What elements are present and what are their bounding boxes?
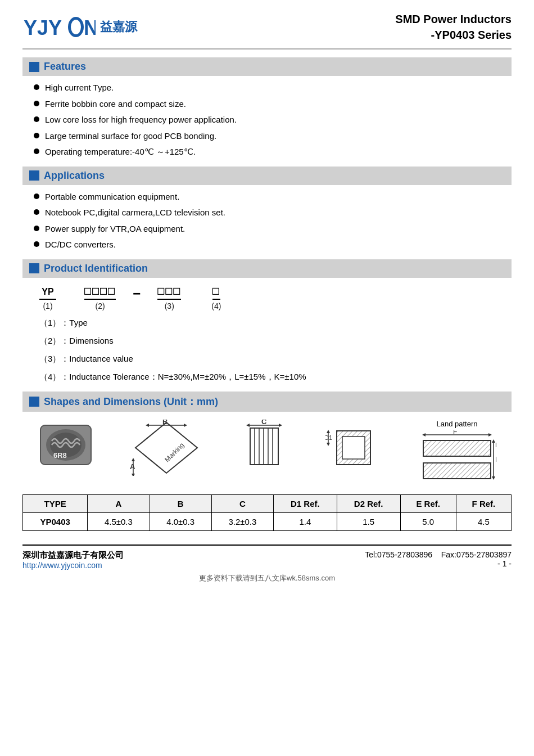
svg-marker-26 [279, 424, 282, 427]
col-type: TYPE [23, 494, 88, 512]
svg-marker-10 [146, 424, 149, 427]
svg-marker-31 [327, 430, 330, 433]
pid-part1-label: YP [39, 287, 56, 300]
bullet-dot [34, 241, 39, 247]
cell-c: 3.2±0.3 [211, 512, 273, 530]
pid-desc-1-num: （1）： [39, 318, 69, 327]
svg-rect-39 [423, 440, 491, 456]
cell-d2: 1.5 [337, 512, 400, 530]
svg-marker-14 [132, 458, 135, 461]
page-footer: 深圳市益嘉源电子有限公司 http://www.yjycoin.com Tel:… [22, 544, 512, 570]
d1d2-diagram: D1 [325, 420, 382, 476]
d1d2-diagram-svg: D1 [325, 420, 382, 476]
svg-marker-32 [327, 443, 330, 446]
list-item: DC/DC converters. [34, 238, 512, 251]
svg-marker-8 [135, 422, 197, 473]
list-item: High current Type. [34, 82, 512, 94]
applications-blue-square [29, 170, 39, 181]
pid-part2: □□□□ (2) [84, 284, 116, 310]
table-header-row: TYPE A B C D1 Ref. D2 Ref. E Ref. F Ref. [23, 494, 512, 512]
pid-desc-2-num: （2）： [39, 336, 69, 345]
c-diagram: C [239, 420, 289, 476]
page-number: - 1 - [365, 559, 512, 568]
cell-e: 5.0 [400, 512, 456, 530]
company-name: 深圳市益嘉源电子有限公司 [22, 550, 124, 561]
svg-marker-11 [184, 424, 187, 427]
svg-marker-15 [132, 474, 135, 476]
shapes-diagrams-row: 6R8 B A Marking [22, 420, 512, 487]
cell-type: YP0403 [23, 512, 88, 530]
product-id-diagram: YP (1) □□□□ (2) − □□□ (3) □ (4) [39, 284, 495, 310]
logo-chinese: 益嘉源 [100, 19, 137, 35]
cell-d1: 1.4 [273, 512, 337, 530]
col-f: F Ref. [456, 494, 511, 512]
dimensions-table: TYPE A B C D1 Ref. D2 Ref. E Ref. F Ref.… [22, 494, 512, 531]
col-c: C [211, 494, 273, 512]
pid-descriptions: （1）：Type （2）：Dimensions （3）：Inductance v… [39, 316, 495, 384]
land-pattern-svg: F E D2 [418, 430, 496, 487]
pid-part1-num: (1) [43, 302, 52, 310]
features-label: Features [44, 61, 86, 73]
ab-diagram: B A Marking [130, 420, 203, 476]
cell-b: 4.0±0.3 [150, 512, 211, 530]
pid-desc-1: （1）：Type [39, 316, 495, 330]
svg-text:F: F [453, 430, 457, 436]
applications-list: Portable communication equipment. Notebo… [34, 191, 512, 251]
svg-marker-29 [342, 436, 365, 459]
website-link[interactable]: http://www.yjycoin.com [22, 561, 102, 570]
list-item: Low core loss for high frequency power a… [34, 114, 512, 127]
land-pattern-label: Land pattern [436, 420, 477, 428]
fax: Fax:0755-27803897 [441, 550, 512, 559]
pid-part4-num: (4) [211, 302, 221, 310]
logo-area: YJY N 益嘉源 [22, 14, 137, 40]
footer-left: 深圳市益嘉源电子有限公司 http://www.yjycoin.com [22, 550, 124, 570]
list-item: Power supply for VTR,OA equipment. [34, 223, 512, 236]
product-id-label: Product Identification [44, 263, 148, 274]
list-item: Notebook PC,digital carmera,LCD televisi… [34, 206, 512, 219]
features-blue-square [29, 62, 39, 72]
page-header: YJY N 益嘉源 SMD Power Inductors -YP0403 Se… [22, 11, 512, 50]
features-list: High current Type. Ferrite bobbin core a… [34, 82, 512, 159]
c-diagram-svg: C [239, 420, 289, 476]
pid-part4: □ (4) [211, 284, 221, 310]
land-pattern-diagram: Land pattern F E D2 [418, 420, 496, 487]
pid-part2-num: (2) [96, 302, 105, 310]
col-a: A [88, 494, 150, 512]
cell-f: 4.5 [456, 512, 511, 530]
tel: Tel:0755-27803896 [365, 550, 432, 559]
bullet-dot [34, 194, 39, 199]
col-b: B [150, 494, 211, 512]
bullet-dot [34, 209, 39, 215]
svg-marker-25 [246, 424, 250, 427]
pid-dash: − [133, 286, 141, 310]
table-row: YP0403 4.5±0.3 4.0±0.3 3.2±0.3 1.4 1.5 5… [23, 512, 512, 530]
pid-part3: □□□ (3) [157, 284, 181, 310]
shapes-section-header: Shapes and Dimensions (Unit：mm) [22, 392, 512, 412]
pid-desc-3-num: （3）： [39, 354, 69, 363]
product-id-section-header: Product Identification [22, 259, 512, 278]
col-d1: D1 Ref. [273, 494, 337, 512]
svg-text:N: N [84, 16, 96, 39]
list-item: Operating temperature:-40℃ ～+125℃. [34, 146, 512, 159]
svg-text:6R8: 6R8 [53, 451, 67, 460]
pid-desc-4: （4）：Inductance Tolerance：N=±30%,M=±20%，L… [39, 370, 495, 384]
col-e: E Ref. [400, 494, 456, 512]
col-d2: D2 Ref. [337, 494, 400, 512]
svg-text:A: A [130, 462, 135, 471]
pid-part4-boxes: □ [212, 284, 220, 300]
footer-right: Tel:0755-27803896 Fax:0755-27803897 - 1 … [365, 550, 512, 568]
svg-rect-40 [423, 463, 491, 479]
product-id-blue-square [29, 263, 39, 273]
ab-diagram-svg: B A Marking [130, 420, 203, 476]
shapes-label: Shapes and Dimensions (Unit：mm) [44, 395, 218, 408]
svg-marker-43 [492, 476, 495, 480]
product-title: SMD Power Inductors -YP0403 Series [395, 11, 512, 43]
svg-text:D2: D2 [495, 442, 496, 448]
bullet-dot [34, 116, 39, 122]
inductor-photo-svg: 6R8 [38, 420, 94, 470]
list-item: Large terminal surface for good PCB bond… [34, 130, 512, 143]
cell-a: 4.5±0.3 [88, 512, 150, 530]
pid-desc-4-num: （4）： [39, 372, 69, 381]
shapes-blue-square [29, 397, 39, 407]
svg-text:B: B [162, 420, 168, 426]
